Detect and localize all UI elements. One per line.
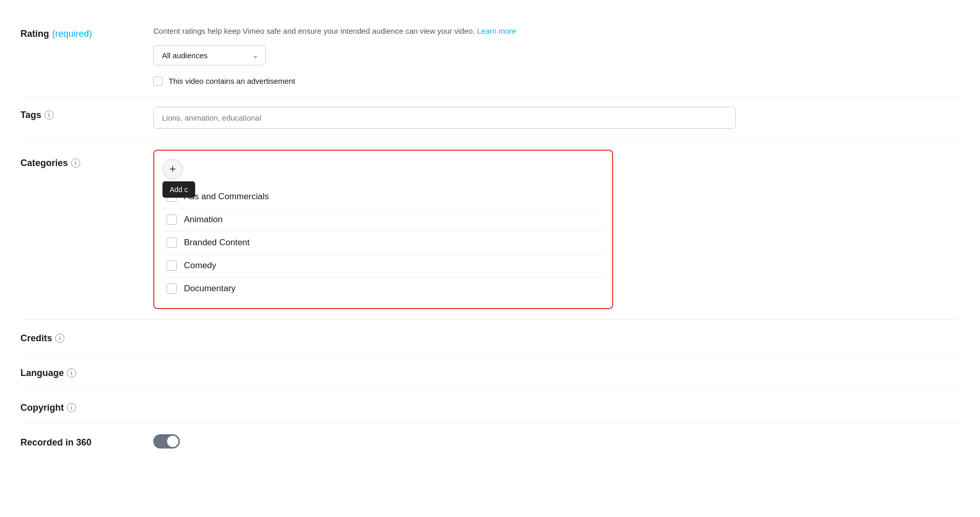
recorded360-toggle[interactable]	[153, 434, 180, 449]
recorded360-label: Recorded in 360	[20, 437, 153, 448]
categories-dropdown: + Add c Ads and Commercials Animation	[153, 150, 613, 309]
rating-content: Content ratings help keep Vimeo safe and…	[153, 26, 960, 86]
rating-select[interactable]: All audiences General Audiences Mature A…	[153, 45, 266, 65]
categories-content: + Add c Ads and Commercials Animation	[153, 150, 960, 309]
categories-info-icon[interactable]: i	[71, 158, 80, 168]
advertisement-row: This video contains an advertisement	[153, 77, 960, 86]
tags-content	[153, 107, 960, 129]
language-section: Language i	[0, 355, 980, 389]
recorded360-content	[153, 434, 960, 449]
category-checkbox-branded[interactable]	[167, 238, 177, 248]
language-label: Language i	[20, 368, 153, 379]
tooltip-text: Add c	[170, 185, 188, 194]
tags-label: Tags i	[20, 110, 153, 121]
language-label-text: Language	[20, 368, 64, 379]
language-label-col: Language i	[20, 365, 153, 379]
recorded360-label-text: Recorded in 360	[20, 437, 91, 448]
category-checkbox-documentary[interactable]	[167, 284, 177, 294]
category-label-branded: Branded Content	[184, 238, 250, 248]
category-label-comedy: Comedy	[184, 261, 216, 271]
rating-description: Content ratings help keep Vimeo safe and…	[153, 26, 960, 37]
copyright-label-col: Copyright i	[20, 400, 153, 413]
categories-label-text: Categories	[20, 158, 68, 169]
credits-label: Credits i	[20, 333, 153, 344]
category-label-ads: Ads and Commercials	[184, 192, 269, 202]
credits-section: Credits i	[0, 320, 980, 354]
copyright-label-text: Copyright	[20, 403, 64, 413]
rating-label-text: Rating	[20, 29, 49, 39]
list-item[interactable]: Animation	[162, 208, 604, 231]
copyright-info-icon[interactable]: i	[67, 403, 76, 412]
category-label-documentary: Documentary	[184, 284, 236, 294]
credits-info-icon[interactable]: i	[55, 334, 64, 343]
category-checkbox-animation[interactable]	[167, 215, 177, 225]
categories-label: Categories i	[20, 153, 153, 169]
copyright-label: Copyright i	[20, 403, 153, 413]
rating-select-wrapper: All audiences General Audiences Mature A…	[153, 45, 266, 65]
tags-label-text: Tags	[20, 110, 41, 121]
categories-label-col: Categories i	[20, 150, 153, 169]
rating-label: Rating (required)	[20, 29, 153, 39]
page-container: Rating (required) Content ratings help k…	[0, 0, 980, 517]
rating-label-col: Rating (required)	[20, 26, 153, 39]
credits-label-col: Credits i	[20, 330, 153, 344]
recorded360-label-col: Recorded in 360	[20, 434, 153, 448]
advertisement-checkbox[interactable]	[153, 77, 162, 86]
rating-required: (required)	[52, 29, 92, 39]
rating-section: Rating (required) Content ratings help k…	[0, 15, 980, 96]
tags-section: Tags i	[0, 97, 980, 139]
advertisement-label[interactable]: This video contains an advertisement	[169, 77, 295, 85]
category-list: Ads and Commercials Animation Branded Co…	[162, 185, 604, 300]
list-item[interactable]: Ads and Commercials	[162, 185, 604, 208]
list-item[interactable]: Comedy	[162, 254, 604, 277]
tags-label-col: Tags i	[20, 107, 153, 121]
list-item[interactable]: Branded Content	[162, 231, 604, 254]
category-checkbox-comedy[interactable]	[167, 261, 177, 271]
learn-more-link[interactable]: Learn more	[477, 27, 516, 35]
toggle-slider	[153, 434, 180, 449]
category-label-animation: Animation	[184, 215, 223, 225]
rating-desc-text: Content ratings help keep Vimeo safe and…	[153, 27, 475, 35]
copyright-section: Copyright i	[0, 389, 980, 424]
tags-info-icon[interactable]: i	[44, 110, 54, 120]
add-category-tooltip: Add c	[162, 181, 195, 198]
plus-icon: +	[170, 162, 176, 176]
recorded360-section: Recorded in 360	[0, 424, 980, 459]
credits-label-text: Credits	[20, 333, 52, 344]
tags-input[interactable]	[153, 107, 736, 129]
language-info-icon[interactable]: i	[67, 368, 76, 378]
list-item[interactable]: Documentary	[162, 277, 604, 300]
add-category-button[interactable]: +	[162, 159, 183, 179]
categories-section: Categories i + Add c Ads and Commerci	[0, 139, 980, 319]
